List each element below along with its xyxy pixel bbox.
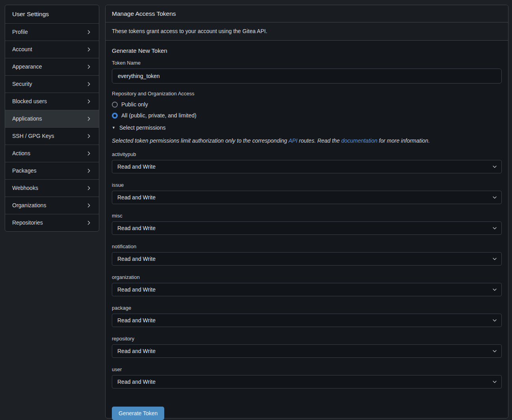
chevron-right-icon — [86, 203, 92, 208]
generate-token-button[interactable]: Generate Token — [112, 407, 164, 420]
sidebar-item-appearance[interactable]: Appearance — [5, 58, 99, 75]
sidebar-item-label: Blocked users — [12, 98, 47, 105]
access-scope-label: Repository and Organization Access — [112, 91, 502, 97]
scope-list: activitypub Read and Write issue Read an… — [112, 151, 502, 388]
scope-label: misc — [112, 213, 502, 219]
triangle-down-icon: ▼ — [112, 125, 115, 131]
scope-select-misc[interactable]: Read and Write — [112, 221, 502, 235]
scope-label: organization — [112, 274, 502, 281]
manage-access-tokens-panel: Manage Access Tokens These tokens grant … — [105, 5, 508, 418]
scope-select-wrap: Read and Write — [112, 221, 502, 235]
scope-label: issue — [112, 182, 502, 188]
sidebar-item-label: Organizations — [12, 202, 46, 209]
sidebar-item-label: Account — [12, 46, 32, 53]
scope-select-activitypub[interactable]: Read and Write — [112, 160, 502, 173]
note-text: for more information. — [377, 138, 430, 144]
scope-select-wrap: Read and Write — [112, 283, 502, 296]
chevron-right-icon — [86, 116, 92, 122]
sidebar-item-actions[interactable]: Actions — [5, 145, 99, 162]
radio-option-public-only[interactable]: Public only — [112, 100, 502, 109]
generate-token-form: Generate New Token Token Name Repository… — [106, 41, 508, 420]
scope-select-notification[interactable]: Read and Write — [112, 252, 502, 266]
sidebar-nav: Profile Account Appearance Security Bloc… — [5, 23, 99, 231]
chevron-right-icon — [86, 133, 92, 139]
scope-label: user — [112, 366, 502, 373]
scope-label: repository — [112, 336, 502, 342]
radio-option-all-public-private-and-limited[interactable]: All (public, private, and limited) — [112, 111, 502, 120]
sidebar-item-account[interactable]: Account — [5, 41, 99, 58]
documentation-link[interactable]: documentation — [341, 138, 377, 144]
chevron-right-icon — [86, 46, 92, 52]
sidebar-item-webhooks[interactable]: Webhooks — [5, 179, 99, 197]
chevron-right-icon — [86, 220, 92, 226]
sidebar-item-ssh-gpg-keys[interactable]: SSH / GPG Keys — [5, 127, 99, 145]
sidebar-item-applications[interactable]: Applications — [5, 110, 99, 127]
radio-label: Public only — [121, 100, 148, 109]
scope-label: notification — [112, 243, 502, 250]
chevron-right-icon — [86, 81, 92, 87]
api-link[interactable]: API — [289, 138, 298, 144]
radio-icon[interactable] — [112, 102, 118, 108]
scope-label: activitypub — [112, 151, 502, 158]
sidebar-item-organizations[interactable]: Organizations — [5, 197, 99, 214]
section-title: Generate New Token — [112, 47, 502, 54]
chevron-right-icon — [86, 168, 92, 174]
note-text: Selected token permissions limit authori… — [112, 138, 289, 144]
chevron-right-icon — [86, 29, 92, 35]
scope-label: package — [112, 305, 502, 311]
token-name-input[interactable] — [112, 69, 502, 84]
scope-group: misc Read and Write — [112, 213, 502, 235]
radio-icon[interactable] — [112, 113, 118, 119]
sidebar-item-label: Packages — [12, 167, 36, 174]
sidebar-item-blocked-users[interactable]: Blocked users — [5, 93, 99, 110]
scope-group: user Read and Write — [112, 366, 502, 388]
radio-label: All (public, private, and limited) — [121, 111, 197, 120]
sidebar-item-label: Repositories — [12, 219, 43, 226]
scope-select-wrap: Read and Write — [112, 314, 502, 327]
permissions-note: Selected token permissions limit authori… — [112, 138, 502, 144]
select-permissions-toggle[interactable]: ▼ Select permissions — [112, 125, 502, 131]
scope-select-organization[interactable]: Read and Write — [112, 283, 502, 296]
token-name-label: Token Name — [112, 60, 502, 66]
panel-title: Manage Access Tokens — [106, 5, 508, 22]
scope-group: repository Read and Write — [112, 336, 502, 358]
scope-group: organization Read and Write — [112, 274, 502, 296]
sidebar-item-label: Applications — [12, 115, 42, 122]
scope-group: notification Read and Write — [112, 243, 502, 266]
scope-select-issue[interactable]: Read and Write — [112, 191, 502, 204]
sidebar-item-label: Profile — [12, 29, 28, 35]
scope-select-wrap: Read and Write — [112, 344, 502, 358]
scope-select-user[interactable]: Read and Write — [112, 375, 502, 388]
sidebar-item-repositories[interactable]: Repositories — [5, 214, 99, 231]
sidebar-item-label: Appearance — [12, 63, 42, 70]
sidebar-item-label: Actions — [12, 150, 30, 157]
sidebar-item-label: Security — [12, 81, 32, 87]
select-permissions-label: Select permissions — [119, 125, 166, 131]
chevron-right-icon — [86, 64, 92, 70]
sidebar-item-label: SSH / GPG Keys — [12, 133, 54, 139]
scope-select-repository[interactable]: Read and Write — [112, 344, 502, 358]
sidebar-item-security[interactable]: Security — [5, 75, 99, 93]
sidebar-item-profile[interactable]: Profile — [5, 23, 99, 41]
chevron-right-icon — [86, 98, 92, 104]
note-text: routes. Read the — [297, 138, 341, 144]
scope-select-wrap: Read and Write — [112, 191, 502, 204]
user-settings-sidebar: User Settings Profile Account Appearance… — [5, 5, 99, 232]
chevron-right-icon — [86, 151, 92, 156]
scope-group: package Read and Write — [112, 305, 502, 327]
scope-select-wrap: Read and Write — [112, 375, 502, 388]
sidebar-title: User Settings — [5, 5, 99, 23]
sidebar-item-packages[interactable]: Packages — [5, 162, 99, 179]
panel-description: These tokens grant access to your accoun… — [106, 22, 508, 41]
scope-select-wrap: Read and Write — [112, 252, 502, 266]
sidebar-item-label: Webhooks — [12, 185, 38, 191]
scope-group: issue Read and Write — [112, 182, 502, 204]
scope-select-wrap: Read and Write — [112, 160, 502, 173]
chevron-right-icon — [86, 185, 92, 191]
access-radio-group: Public only All (public, private, and li… — [112, 100, 502, 120]
scope-group: activitypub Read and Write — [112, 151, 502, 173]
scope-select-package[interactable]: Read and Write — [112, 314, 502, 327]
